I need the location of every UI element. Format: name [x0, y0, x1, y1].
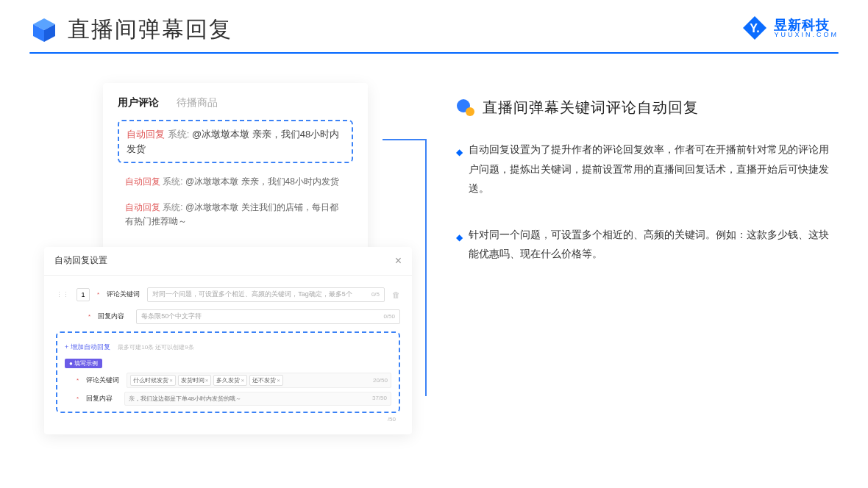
settings-title: 自动回复设置	[54, 254, 107, 267]
example-reply-text[interactable]: 亲，我们这边都是下单48小时内发货的哦～ 37/50	[124, 392, 391, 406]
brand-en: YUUXIN.COM	[774, 32, 839, 38]
add-reply-link[interactable]: + 增加自动回复	[65, 343, 110, 351]
index-badge: 1	[77, 288, 90, 301]
example-block: + 增加自动回复 最多可建10条 还可以创建9条 ● 填写示例 * 评论关键词 …	[56, 331, 400, 413]
settings-panel: 自动回复设置 × ⋮⋮ 1 * 评论关键词 对同一个问题，可设置多个相近、高频的…	[44, 247, 412, 434]
bullet-text: 自动回复设置为了提升作者的评论回复效率，作者可在开播前针对常见的评论用户问题，提…	[469, 140, 839, 198]
add-hint: 最多可建10条 还可以创建9条	[118, 344, 194, 351]
highlighted-reply: 自动回复 系统: @冰墩墩本墩 亲亲，我们48小时内发货	[118, 120, 353, 163]
brand-logo: Y. 昱新科技 YUUXIN.COM	[741, 15, 839, 41]
reply-label: 回复内容	[98, 312, 129, 321]
tab-user-comments[interactable]: 用户评论	[118, 96, 159, 110]
reply-item: 自动回复 系统: @冰墩墩本墩 亲亲，我们48小时内发货	[118, 171, 353, 193]
svg-point-6	[466, 107, 474, 116]
trail-count: /50	[56, 416, 400, 423]
example-keyword-tags[interactable]: 什么时候发货× 发货时间× 多久发货× 还不发货× 20/50	[127, 373, 391, 388]
reply-item: 自动回复 系统: @冰墩墩本墩 关注我们的店铺，每日都有热门推荐呦～	[118, 196, 353, 233]
keyword-input[interactable]: 对同一个问题，可设置多个相近、高频的关键词，Tag确定，最多5个 0/5	[147, 287, 385, 302]
required-star: *	[97, 291, 99, 298]
auto-reply-tag: 自动回复	[127, 129, 165, 140]
bullet-text: 针对同一个问题，可设置多个相近的、高频的关键词。例如：这款多少钱、这块能优惠吗、…	[469, 225, 839, 264]
cube-icon	[29, 15, 59, 45]
section-title: 直播间弹幕关键词评论自动回复	[483, 98, 699, 118]
example-badge: ● 填写示例	[65, 359, 102, 368]
drag-icon[interactable]: ⋮⋮	[56, 291, 69, 298]
diamond-bullet-icon: ◆	[456, 229, 463, 246]
diamond-bullet-icon: ◆	[456, 144, 463, 161]
comments-panel: 用户评论 待播商品 自动回复 系统: @冰墩墩本墩 亲亲，我们48小时内发货 自…	[103, 83, 368, 254]
reply-input[interactable]: 每条限50个中文字符 0/50	[136, 309, 400, 324]
system-tag: 系统:	[168, 129, 190, 140]
svg-text:Y.: Y.	[750, 22, 760, 35]
chat-bubble-icon	[456, 98, 475, 118]
tab-pending-goods[interactable]: 待播商品	[177, 96, 218, 110]
connector-line	[383, 139, 427, 396]
keyword-label: 评论关键词	[107, 290, 140, 299]
brand-cn: 昱新科技	[774, 18, 839, 32]
page-title: 直播间弹幕回复	[68, 15, 232, 45]
